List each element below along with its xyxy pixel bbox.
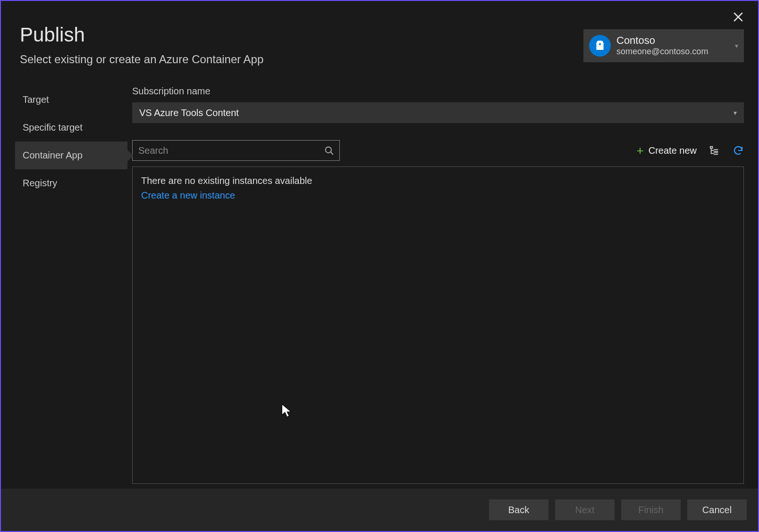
- sidebar-item-target[interactable]: Target: [15, 86, 127, 114]
- sidebar-item-specific-target[interactable]: Specific target: [15, 114, 127, 141]
- subscription-dropdown[interactable]: VS Azure Tools Content ▾: [132, 102, 744, 123]
- chevron-down-icon: ▾: [734, 109, 737, 116]
- create-new-button[interactable]: + Create new: [637, 143, 697, 158]
- sidebar-item-registry[interactable]: Registry: [15, 169, 127, 197]
- sidebar-item-container-app[interactable]: Container App: [15, 141, 127, 169]
- subscription-label: Subscription name: [132, 86, 744, 97]
- refresh-button[interactable]: [733, 145, 744, 156]
- search-icon: [324, 146, 334, 155]
- tree-view-button[interactable]: [709, 145, 720, 156]
- dialog-body: Target Specific target Container App Reg…: [1, 72, 758, 489]
- account-icon: [589, 35, 611, 57]
- subscription-value: VS Azure Tools Content: [139, 108, 239, 118]
- finish-button: Finish: [621, 499, 681, 520]
- sidebar-item-label: Container App: [23, 150, 83, 160]
- sidebar-item-label: Specific target: [23, 122, 83, 133]
- tree-icon: [709, 145, 720, 156]
- svg-rect-4: [710, 147, 713, 149]
- account-email: someone@contoso.com: [616, 47, 729, 57]
- wizard-sidebar: Target Specific target Container App Reg…: [15, 86, 127, 484]
- account-picker[interactable]: Contoso someone@contoso.com ▾: [583, 29, 744, 62]
- next-button: Next: [555, 499, 615, 520]
- publish-dialog: Publish Select existing or create an Azu…: [0, 0, 759, 532]
- chevron-down-icon: ▾: [735, 42, 738, 50]
- create-new-label: Create new: [649, 145, 697, 156]
- dialog-footer: Back Next Finish Cancel: [1, 489, 758, 531]
- svg-point-2: [326, 147, 332, 153]
- dialog-header: Publish Select existing or create an Azu…: [1, 1, 758, 72]
- search-input[interactable]: [138, 145, 324, 156]
- empty-message: There are no existing instances availabl…: [141, 175, 735, 186]
- account-name: Contoso: [616, 34, 729, 47]
- instances-list: There are no existing instances availabl…: [132, 166, 744, 484]
- create-instance-link[interactable]: Create a new instance: [141, 190, 235, 201]
- plus-icon: +: [637, 143, 644, 158]
- toolbar: + Create new: [132, 140, 744, 161]
- sidebar-item-label: Registry: [23, 178, 57, 188]
- cancel-button[interactable]: Cancel: [687, 499, 747, 520]
- svg-line-3: [331, 152, 333, 155]
- refresh-icon: [733, 145, 744, 156]
- main-panel: Subscription name VS Azure Tools Content…: [132, 86, 744, 484]
- sidebar-item-label: Target: [23, 94, 49, 105]
- back-button[interactable]: Back: [489, 499, 548, 520]
- search-box[interactable]: [132, 140, 340, 161]
